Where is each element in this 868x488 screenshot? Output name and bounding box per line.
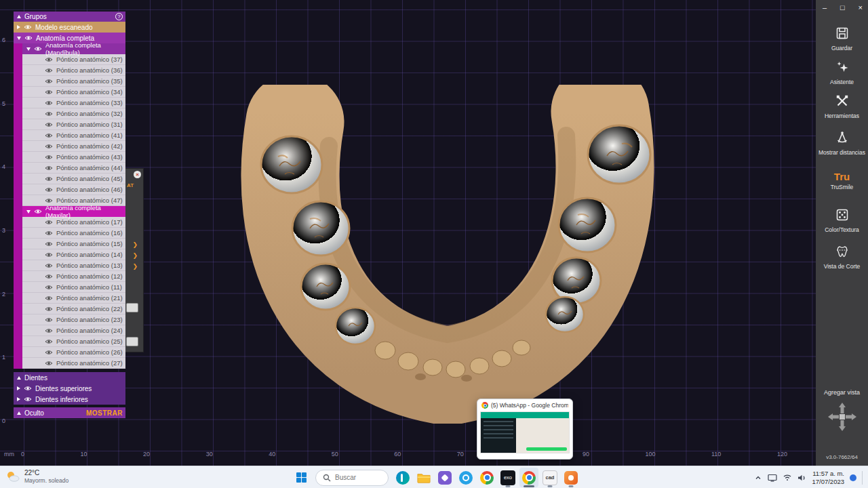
tree-row-anatomy-maxilar[interactable]: Anatomía completa (Maxilar) bbox=[22, 206, 125, 217]
taskbar-search[interactable] bbox=[315, 470, 389, 486]
tree-item[interactable]: Póntico anatómico (14) bbox=[22, 249, 125, 260]
eye-icon[interactable] bbox=[45, 187, 53, 192]
tree-row-dientes-superiores[interactable]: Dientes superiores bbox=[14, 383, 125, 394]
tree-item[interactable]: Póntico anatómico (44) bbox=[22, 163, 125, 174]
dialog-button[interactable] bbox=[126, 303, 138, 312]
collapse-icon[interactable] bbox=[26, 47, 31, 51]
tree-item[interactable]: Póntico anatómico (46) bbox=[22, 184, 125, 195]
search-input[interactable] bbox=[335, 474, 380, 481]
eye-icon[interactable] bbox=[45, 230, 53, 236]
preview-thumbnail[interactable] bbox=[480, 411, 570, 453]
eye-icon[interactable] bbox=[45, 111, 53, 117]
eye-icon[interactable] bbox=[45, 361, 53, 366]
chevron-right-icon[interactable]: ❯ bbox=[132, 253, 138, 259]
groups-header[interactable]: Grupos ? bbox=[14, 12, 125, 22]
trusmile-button[interactable]: Tru TruSmile bbox=[816, 171, 868, 191]
dialog-button[interactable] bbox=[126, 337, 138, 346]
eye-icon[interactable] bbox=[45, 241, 53, 247]
orange-app-button[interactable] bbox=[561, 468, 580, 487]
eye-icon[interactable] bbox=[45, 176, 53, 182]
expand-icon[interactable] bbox=[17, 25, 20, 29]
expand-icon[interactable] bbox=[17, 386, 20, 390]
tools-button[interactable]: Herramientas bbox=[816, 94, 868, 120]
tree-item[interactable]: Póntico anatómico (45) bbox=[22, 174, 125, 184]
eye-icon[interactable] bbox=[24, 386, 32, 391]
eye-icon[interactable] bbox=[45, 68, 53, 73]
purple-app-button[interactable] bbox=[435, 468, 454, 487]
eye-icon[interactable] bbox=[45, 296, 53, 301]
tray-clock[interactable]: 11:57 a. m. 17/07/2023 bbox=[812, 470, 844, 486]
tree-item[interactable]: Póntico anatómico (36) bbox=[22, 65, 125, 76]
collapse-icon[interactable] bbox=[17, 376, 21, 380]
eye-icon[interactable] bbox=[45, 198, 53, 203]
eye-icon[interactable] bbox=[45, 339, 53, 344]
eye-icon[interactable] bbox=[45, 133, 53, 138]
view-navigation-widget[interactable] bbox=[827, 401, 858, 432]
start-button[interactable] bbox=[292, 468, 311, 487]
expand-icon[interactable] bbox=[17, 397, 20, 401]
exocad-app-button[interactable]: exo bbox=[498, 468, 517, 487]
tree-item[interactable]: Póntico anatómico (13) bbox=[22, 260, 125, 271]
close-button[interactable]: × bbox=[859, 3, 863, 12]
tree-item[interactable]: Póntico anatómico (23) bbox=[22, 314, 125, 325]
eye-icon[interactable] bbox=[45, 306, 53, 312]
show-distances-button[interactable]: Mostrar distancias bbox=[816, 130, 868, 157]
eye-icon[interactable] bbox=[45, 57, 53, 62]
tray-chevron-up-icon[interactable] bbox=[754, 474, 762, 482]
eye-icon[interactable] bbox=[45, 79, 53, 84]
mostrar-button[interactable]: MOSTRAR bbox=[86, 409, 123, 417]
tree-item[interactable]: Póntico anatómico (35) bbox=[22, 76, 125, 87]
eye-icon[interactable] bbox=[45, 144, 53, 149]
tree-item[interactable]: Póntico anatómico (26) bbox=[22, 347, 125, 358]
dialog-close-button[interactable]: × bbox=[134, 171, 141, 178]
tree-item[interactable]: Póntico anatómico (33) bbox=[22, 98, 125, 108]
eye-icon[interactable] bbox=[24, 396, 32, 402]
tree-item[interactable]: Póntico anatómico (12) bbox=[22, 271, 125, 282]
eye-icon[interactable] bbox=[45, 122, 53, 127]
chrome-whatsapp-button[interactable] bbox=[519, 468, 538, 487]
eye-icon[interactable] bbox=[45, 100, 53, 106]
eye-icon[interactable] bbox=[45, 263, 53, 268]
tree-item[interactable]: Póntico anatómico (24) bbox=[22, 325, 125, 336]
wifi-icon[interactable] bbox=[783, 474, 792, 481]
eye-icon[interactable] bbox=[45, 155, 53, 160]
taskbar-preview-popup[interactable]: (5) WhatsApp - Google Chrome bbox=[477, 399, 573, 460]
eye-icon[interactable] bbox=[45, 89, 53, 95]
tree-item[interactable]: Póntico anatómico (41) bbox=[22, 130, 125, 141]
assistant-button[interactable]: Asistente bbox=[816, 60, 868, 86]
weather-widget[interactable]: 22°C Mayorm. soleado bbox=[5, 469, 68, 484]
eye-icon[interactable] bbox=[24, 24, 32, 30]
eye-icon[interactable] bbox=[34, 209, 42, 214]
tree-item[interactable]: Póntico anatómico (27) bbox=[22, 358, 125, 369]
volume-icon[interactable] bbox=[797, 474, 806, 482]
help-icon[interactable]: ? bbox=[115, 13, 123, 20]
dentalcad-app-button[interactable]: cad bbox=[540, 468, 559, 487]
cast-icon[interactable] bbox=[768, 474, 777, 482]
tree-item[interactable]: Póntico anatómico (42) bbox=[22, 141, 125, 152]
dental-arch-model[interactable] bbox=[217, 85, 678, 424]
color-texture-button[interactable]: Color/Textura bbox=[816, 207, 868, 234]
cut-view-button[interactable]: Vista de Corte bbox=[816, 244, 868, 270]
eye-icon[interactable] bbox=[34, 46, 42, 52]
tree-item[interactable]: Póntico anatómico (34) bbox=[22, 87, 125, 98]
collapse-icon[interactable] bbox=[17, 411, 21, 415]
tree-item[interactable]: Póntico anatómico (25) bbox=[22, 336, 125, 347]
bing-app-button[interactable] bbox=[393, 468, 412, 487]
chrome-button[interactable] bbox=[477, 468, 496, 487]
eye-icon[interactable] bbox=[45, 252, 53, 258]
eye-icon[interactable] bbox=[24, 35, 33, 41]
tree-item[interactable]: Póntico anatómico (11) bbox=[22, 282, 125, 293]
chevron-right-icon[interactable]: ❯ bbox=[132, 264, 138, 270]
show-desktop-button[interactable] bbox=[862, 471, 863, 485]
tree-item[interactable]: Póntico anatómico (15) bbox=[22, 239, 125, 249]
notification-badge[interactable] bbox=[850, 474, 856, 481]
tree-item[interactable]: Póntico anatómico (32) bbox=[22, 108, 125, 119]
collapse-icon[interactable] bbox=[17, 15, 21, 18]
eye-icon[interactable] bbox=[45, 274, 53, 279]
tree-item[interactable]: Póntico anatómico (16) bbox=[22, 228, 125, 239]
eye-icon[interactable] bbox=[45, 285, 53, 290]
tree-row-dientes[interactable]: Dientes bbox=[14, 372, 125, 383]
minimize-button[interactable]: – bbox=[823, 3, 827, 12]
eye-icon[interactable] bbox=[45, 165, 53, 171]
tree-row-scanned-model[interactable]: Modelo escaneado bbox=[14, 22, 125, 33]
